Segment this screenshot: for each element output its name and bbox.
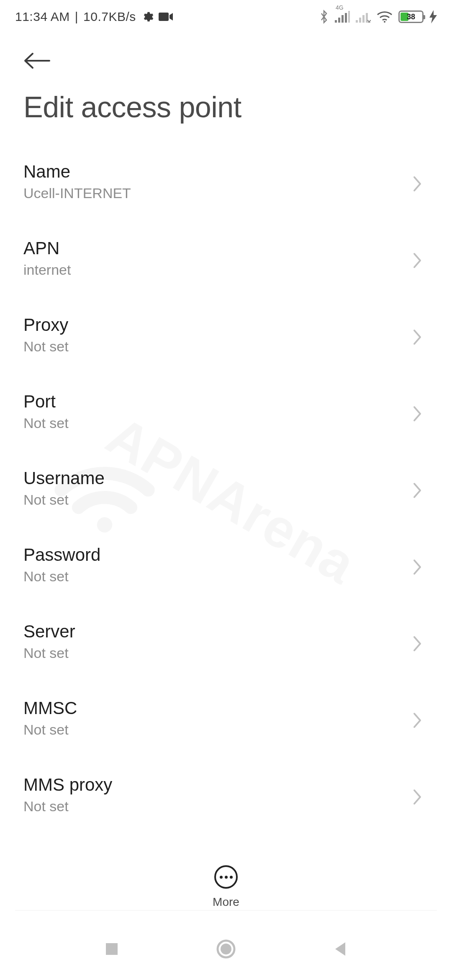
bottom-divider (15, 910, 437, 910)
chevron-right-icon (412, 482, 424, 495)
triangle-left-icon (333, 941, 348, 957)
setting-row-server[interactable]: Server Not set (23, 605, 429, 681)
setting-value: Not set (23, 338, 69, 355)
svg-rect-8 (362, 15, 365, 23)
svg-rect-4 (345, 13, 347, 23)
chevron-right-icon (412, 635, 424, 648)
status-bar: 11:34 AM | 10.7KB/s 4G 38 (0, 0, 452, 34)
setting-label: APN (23, 238, 71, 258)
setting-row-username[interactable]: Username Not set (23, 451, 429, 528)
setting-value: Not set (23, 798, 112, 815)
status-separator: | (75, 10, 78, 24)
setting-row-name[interactable]: Name Ucell-INTERNET (23, 145, 429, 222)
bottom-action-bar: More (0, 865, 452, 909)
status-right: 4G 38 (319, 9, 437, 24)
signal-1-icon: 4G (335, 11, 350, 23)
battery-percent: 38 (407, 13, 415, 21)
svg-point-14 (221, 944, 231, 954)
svg-rect-2 (338, 18, 340, 23)
gear-icon (141, 10, 154, 23)
setting-value: Not set (23, 722, 77, 738)
chevron-right-icon (412, 252, 424, 265)
chevron-right-icon (412, 712, 424, 725)
charging-icon (429, 10, 437, 23)
wifi-icon (377, 10, 393, 23)
setting-label: MMS proxy (23, 775, 112, 795)
chevron-right-icon (412, 329, 424, 341)
setting-value: Not set (23, 568, 100, 585)
system-nav-bar (0, 918, 452, 980)
signal-2-icon (356, 11, 371, 23)
svg-rect-6 (356, 20, 358, 23)
chevron-right-icon (412, 559, 424, 571)
square-icon (104, 941, 119, 957)
nav-recents-button[interactable] (100, 937, 123, 961)
svg-rect-5 (348, 11, 350, 23)
settings-list: Name Ucell-INTERNET APN internet Proxy N… (0, 145, 452, 835)
back-arrow-icon (23, 52, 50, 70)
status-left: 11:34 AM | 10.7KB/s (15, 10, 173, 24)
setting-label: Username (23, 468, 105, 488)
setting-label: MMSC (23, 698, 77, 718)
setting-row-apn[interactable]: APN internet (23, 222, 429, 298)
setting-row-mms-proxy[interactable]: MMS proxy Not set (23, 758, 429, 835)
setting-label: Password (23, 545, 100, 565)
setting-value: Not set (23, 492, 105, 508)
more-button[interactable] (214, 865, 238, 889)
page-title: Edit access point (0, 75, 452, 145)
setting-label: Server (23, 622, 75, 642)
back-button[interactable] (23, 46, 53, 75)
svg-rect-1 (335, 20, 337, 23)
svg-rect-3 (342, 15, 344, 23)
status-netspeed: 10.7KB/s (83, 10, 136, 24)
bluetooth-icon (319, 9, 329, 24)
svg-rect-12 (106, 943, 118, 955)
setting-value: Not set (23, 415, 69, 431)
chevron-right-icon (412, 405, 424, 418)
nav-home-button[interactable] (214, 937, 238, 961)
setting-label: Proxy (23, 315, 69, 335)
svg-rect-9 (366, 13, 368, 23)
circle-icon (216, 939, 236, 959)
svg-point-10 (384, 21, 385, 23)
more-label: More (213, 895, 239, 909)
setting-value: Not set (23, 645, 75, 661)
video-icon (159, 12, 173, 22)
setting-row-password[interactable]: Password Not set (23, 528, 429, 605)
setting-label: Name (23, 162, 131, 182)
more-dots-icon (220, 876, 223, 879)
status-time: 11:34 AM (15, 10, 70, 24)
chevron-right-icon (412, 789, 424, 801)
chevron-right-icon (412, 175, 424, 188)
nav-back-button[interactable] (329, 937, 352, 961)
setting-value: Ucell-INTERNET (23, 185, 131, 201)
setting-label: Port (23, 392, 69, 412)
app-header (0, 34, 452, 75)
setting-row-port[interactable]: Port Not set (23, 375, 429, 451)
signal-type-label: 4G (336, 4, 344, 11)
battery-icon: 38 (398, 10, 424, 23)
svg-rect-7 (359, 18, 361, 23)
svg-rect-0 (159, 13, 169, 21)
setting-row-mmsc[interactable]: MMSC Not set (23, 681, 429, 758)
setting-row-proxy[interactable]: Proxy Not set (23, 298, 429, 375)
setting-value: internet (23, 262, 71, 278)
